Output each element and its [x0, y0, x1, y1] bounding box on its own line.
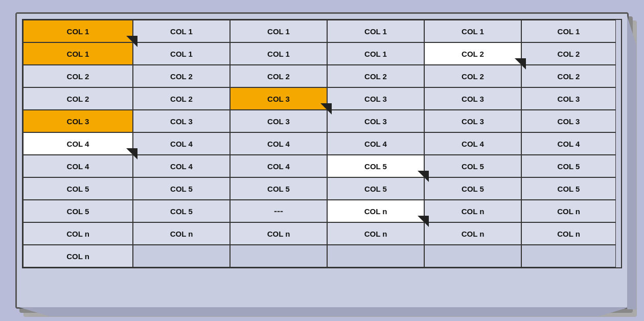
table-cell: COL 4	[424, 132, 521, 155]
table-cell: COL n	[327, 222, 424, 245]
table-cell	[424, 245, 521, 267]
data-grid: COL 1COL 1COL 1COL 1COL 1COL 1COL 1COL 1…	[22, 19, 622, 268]
table-cell: COL 4	[23, 155, 133, 177]
table-cell: COL n	[133, 222, 230, 245]
table-cell: ---	[230, 200, 327, 222]
table-cell: COL 4	[230, 132, 327, 155]
table-cell	[133, 245, 230, 267]
table-cell: COL 5	[133, 200, 230, 222]
table-cell: COL 1	[230, 42, 327, 65]
table-cell: COL 5	[23, 177, 133, 200]
table-cell: COL 2	[133, 87, 230, 110]
table-cell: COL 5	[133, 177, 230, 200]
table-cell: COL 4	[230, 155, 327, 177]
table-cell: COL 1	[133, 42, 230, 65]
table-cell: COL 2	[230, 65, 327, 87]
table-cell: COL n	[521, 200, 616, 222]
table-cell: COL 5	[230, 177, 327, 200]
table-cell: COL 1	[133, 20, 230, 42]
table-cell: COL 2	[424, 65, 521, 87]
table-cell: COL n	[230, 222, 327, 245]
table-cell: COL 5	[424, 155, 521, 177]
table-cell	[521, 245, 616, 267]
table-cell: COL 5	[327, 177, 424, 200]
table-cell: COL 5	[521, 155, 616, 177]
table-cell: COL 3	[424, 87, 521, 110]
table-cell: COL 3	[424, 110, 521, 132]
table-cell: COL 2	[327, 65, 424, 87]
table-cell: COL n	[424, 222, 521, 245]
table-cell: COL 4	[133, 132, 230, 155]
table-cell: COL 2	[521, 65, 616, 87]
table-cell: COL 4	[23, 132, 133, 155]
table-cell: COL 4	[521, 132, 616, 155]
table-cell: COL 1	[230, 20, 327, 42]
table-cell: COL 5	[424, 177, 521, 200]
table-cell: COL 1	[23, 20, 133, 42]
table-cell: COL n	[424, 200, 521, 222]
table-cell: COL 3	[521, 110, 616, 132]
table-cell: COL n	[327, 200, 424, 222]
table-cell: COL 3	[230, 110, 327, 132]
table-cell: COL 3	[23, 110, 133, 132]
table-cell: COL 3	[327, 110, 424, 132]
table-cell: COL 2	[133, 65, 230, 87]
table-cell: COL 3	[327, 87, 424, 110]
table-cell: COL 3	[133, 110, 230, 132]
table-cell: COL 3	[521, 87, 616, 110]
table-cell: COL 5	[521, 177, 616, 200]
table-cell: COL 5	[23, 200, 133, 222]
table-cell: COL n	[521, 222, 616, 245]
table-cell: COL 2	[521, 42, 616, 65]
table-cell: COL 1	[521, 20, 616, 42]
table-cell: COL n	[23, 222, 133, 245]
table-cell: COL 4	[327, 132, 424, 155]
table-cell: COL 1	[327, 20, 424, 42]
table-cell: COL 2	[424, 42, 521, 65]
table-cell: COL 2	[23, 87, 133, 110]
table-cell: COL 3	[230, 87, 327, 110]
table-cell: COL n	[23, 245, 133, 267]
table-cell: COL 2	[23, 65, 133, 87]
table-cell: COL 5	[327, 155, 424, 177]
table-cell: COL 1	[424, 20, 521, 42]
main-container: COL 1COL 1COL 1COL 1COL 1COL 1COL 1COL 1…	[15, 12, 629, 309]
table-cell: COL 4	[133, 155, 230, 177]
table-cell	[327, 245, 424, 267]
table-cell	[230, 245, 327, 267]
table-cell: COL 1	[327, 42, 424, 65]
table-cell: COL 1	[23, 42, 133, 65]
